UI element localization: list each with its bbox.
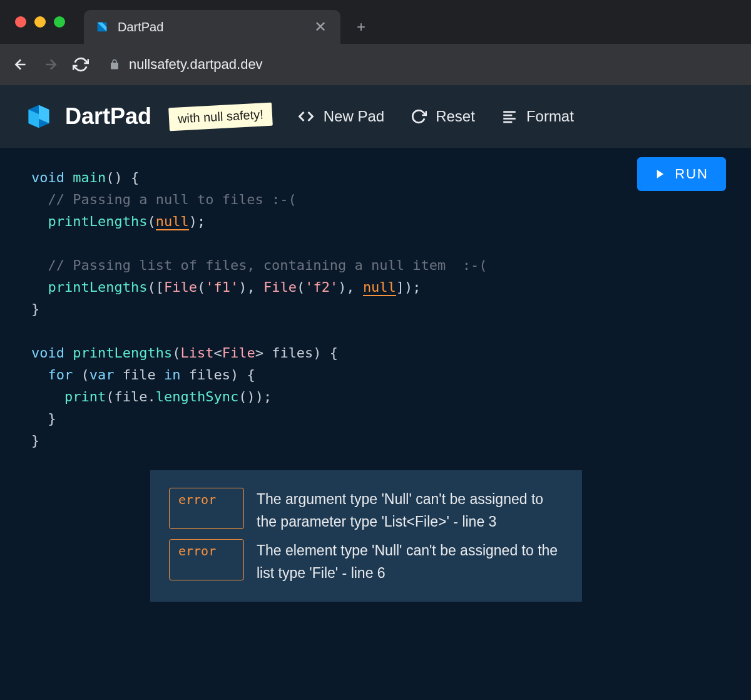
format-icon <box>501 108 518 125</box>
forward-button[interactable] <box>43 56 59 73</box>
reset-button[interactable]: Reset <box>411 108 475 125</box>
close-tab-icon[interactable]: ✕ <box>312 16 329 38</box>
reload-button[interactable] <box>73 56 89 73</box>
reset-label: Reset <box>436 108 475 125</box>
back-button[interactable] <box>13 56 29 73</box>
address-bar[interactable]: nullsafety.dartpad.dev <box>109 56 263 73</box>
nav-bar: nullsafety.dartpad.dev <box>0 44 751 85</box>
error-row: error The element type 'Null' can't be a… <box>169 539 563 584</box>
close-window-icon[interactable] <box>15 16 26 28</box>
svg-rect-8 <box>503 121 512 123</box>
minimize-window-icon[interactable] <box>34 16 46 28</box>
browser-chrome: DartPad ✕ + nullsafety.dartpad.dev <box>0 0 751 85</box>
tab-bar: DartPad ✕ + <box>0 0 751 44</box>
svg-marker-9 <box>657 170 664 178</box>
error-badge: error <box>169 539 244 580</box>
app-title: DartPad <box>65 103 151 130</box>
url-text: nullsafety.dartpad.dev <box>129 56 263 73</box>
error-badge: error <box>169 488 244 529</box>
code-icon <box>297 108 315 125</box>
tab-title: DartPad <box>118 20 312 34</box>
dart-icon <box>95 20 109 34</box>
run-button[interactable]: RUN <box>637 157 726 191</box>
code-editor[interactable]: RUN void main() { // Passing a null to f… <box>0 148 751 700</box>
run-label: RUN <box>675 166 708 182</box>
error-panel: error The argument type 'Null' can't be … <box>150 470 582 602</box>
error-message: The argument type 'Null' can't be assign… <box>257 488 563 533</box>
error-row: error The argument type 'Null' can't be … <box>169 488 563 533</box>
svg-rect-6 <box>503 115 512 116</box>
new-tab-button[interactable]: + <box>352 13 370 41</box>
app-header: DartPad with null safety! New Pad Reset … <box>0 85 751 148</box>
code-content: void main() { // Passing a null to files… <box>31 167 720 451</box>
null-safety-badge: with null safety! <box>168 102 272 131</box>
svg-rect-7 <box>503 118 516 120</box>
dart-logo-icon <box>25 103 53 130</box>
new-pad-label: New Pad <box>324 108 384 125</box>
svg-rect-5 <box>503 111 516 113</box>
header-actions: New Pad Reset Format <box>297 108 574 125</box>
format-button[interactable]: Format <box>501 108 574 125</box>
browser-tab[interactable]: DartPad ✕ <box>84 10 340 44</box>
error-message: The element type 'Null' can't be assigne… <box>257 539 563 584</box>
new-pad-button[interactable]: New Pad <box>297 108 384 125</box>
refresh-icon <box>411 108 427 125</box>
maximize-window-icon[interactable] <box>54 16 65 28</box>
window-controls <box>15 16 65 28</box>
play-icon <box>655 168 666 180</box>
lock-icon <box>109 59 120 70</box>
format-label: Format <box>526 108 574 125</box>
